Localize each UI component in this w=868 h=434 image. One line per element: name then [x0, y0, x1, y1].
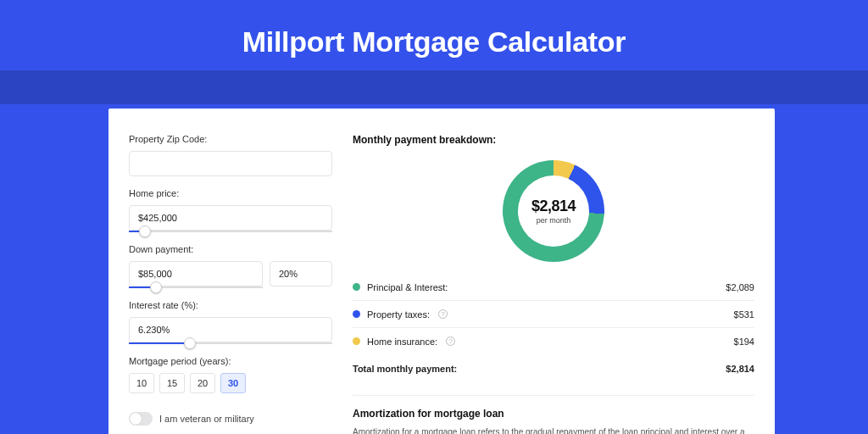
help-icon[interactable]: ?: [446, 337, 455, 346]
help-icon[interactable]: ?: [438, 309, 448, 319]
breakdown-row: Property taxes:?$531: [353, 300, 754, 327]
down-payment-percent-input[interactable]: [270, 261, 332, 287]
interest-rate-slider-thumb[interactable]: [184, 337, 196, 349]
legend-dot-icon: [353, 310, 360, 318]
home-price-input[interactable]: [129, 205, 332, 231]
home-price-slider-thumb[interactable]: [139, 225, 151, 237]
breakdown-title: Monthly payment breakdown:: [353, 134, 754, 146]
breakdown-row: Principal & Interest:$2,089: [353, 273, 754, 300]
mortgage-period-buttons: 10152030: [129, 373, 332, 393]
legend-dot-icon: [353, 337, 360, 345]
veteran-toggle[interactable]: [129, 412, 153, 426]
breakdown-row-label: Property taxes:: [367, 309, 430, 320]
breakdown-rows: Principal & Interest:$2,089Property taxe…: [353, 273, 754, 354]
breakdown-row-value: $194: [734, 337, 754, 347]
breakdown-row-label: Home insurance:: [367, 337, 437, 347]
zip-code-label: Property Zip Code:: [129, 134, 332, 144]
interest-rate-input[interactable]: [129, 317, 332, 342]
donut-subtext: per month: [537, 216, 571, 225]
amortization-section: Amortization for mortgage loan Amortizat…: [353, 395, 754, 434]
down-payment-row: [129, 261, 332, 288]
breakdown-row-label: Principal & Interest:: [367, 282, 448, 292]
interest-rate-label: Interest rate (%):: [129, 300, 332, 310]
donut-amount: $2,814: [531, 198, 576, 215]
breakdown-total-value: $2,814: [726, 364, 754, 374]
legend-dot-icon: [353, 283, 360, 291]
interest-rate-field: [129, 317, 332, 344]
mortgage-period-button-30[interactable]: 30: [220, 373, 246, 393]
page-title: Millport Mortgage Calculator: [0, 0, 868, 58]
mortgage-period-button-20[interactable]: 20: [190, 373, 215, 393]
donut-chart: $2,814 per month: [353, 156, 754, 266]
breakdown-column: Monthly payment breakdown: $2,814 per mo…: [353, 129, 754, 434]
breakdown-row-value: $2,089: [726, 282, 754, 292]
breakdown-row: Home insurance:?$194: [353, 327, 754, 354]
veteran-toggle-row: I am veteran or military: [129, 412, 332, 426]
breakdown-total-row: Total monthly payment: $2,814: [353, 354, 754, 381]
zip-code-input[interactable]: [129, 151, 332, 176]
veteran-toggle-knob: [130, 413, 142, 425]
donut-center: $2,814 per month: [353, 156, 754, 266]
app-stage: Millport Mortgage Calculator Property Zi…: [0, 0, 868, 434]
amortization-title: Amortization for mortgage loan: [353, 408, 754, 420]
mortgage-period-button-15[interactable]: 15: [159, 373, 185, 393]
amortization-text: Amortization for a mortgage loan refers …: [353, 426, 754, 434]
breakdown-row-value: $531: [734, 309, 754, 320]
breakdown-total-label: Total monthly payment:: [353, 364, 457, 374]
calculator-panel: Property Zip Code: Home price: Down paym…: [108, 108, 775, 434]
form-column: Property Zip Code: Home price: Down paym…: [129, 129, 332, 434]
header-strip: [0, 70, 868, 104]
down-payment-slider-thumb[interactable]: [150, 281, 162, 293]
down-payment-label: Down payment:: [129, 244, 332, 254]
home-price-label: Home price:: [129, 188, 332, 198]
mortgage-period-label: Mortgage period (years):: [129, 356, 332, 366]
mortgage-period-button-10[interactable]: 10: [129, 373, 154, 393]
down-payment-slider[interactable]: [129, 287, 263, 288]
interest-rate-slider[interactable]: [129, 342, 332, 344]
home-price-field: [129, 205, 332, 232]
home-price-slider[interactable]: [129, 231, 332, 232]
veteran-toggle-label: I am veteran or military: [159, 414, 254, 424]
down-payment-amount-field: [129, 261, 263, 288]
down-payment-input[interactable]: [129, 261, 263, 287]
